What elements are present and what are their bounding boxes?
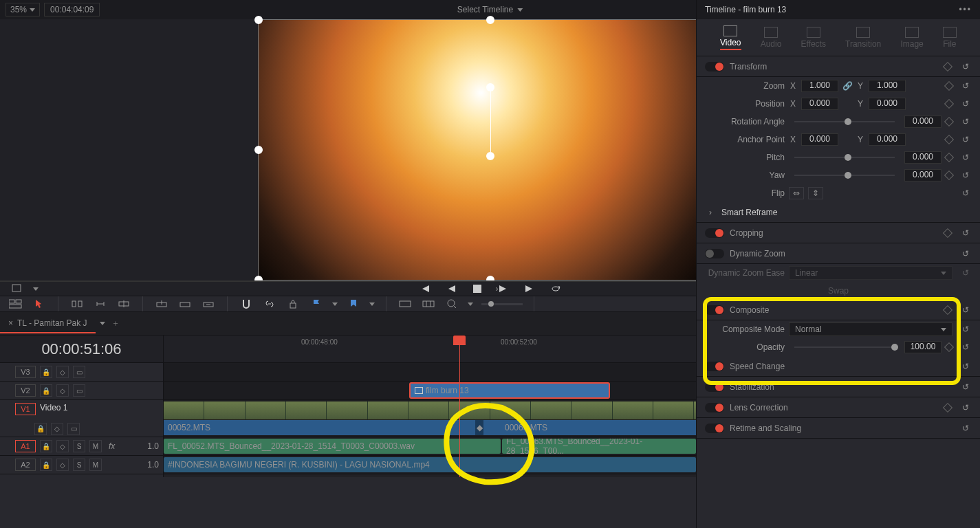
auto-select-button[interactable]: ◇ xyxy=(51,423,63,435)
anchor-y-field[interactable]: 0.000 xyxy=(869,133,906,146)
transform-pivot-handle[interactable] xyxy=(486,83,494,91)
composite-toggle[interactable] xyxy=(705,305,724,315)
section-composite[interactable]: Composite ↺ xyxy=(697,300,980,320)
reset-icon[interactable]: ↺ xyxy=(962,305,972,315)
overwrite-clip-button[interactable] xyxy=(177,296,193,311)
clip-v1-b[interactable]: 00063.MTS xyxy=(480,420,696,435)
section-speed-change[interactable]: Speed Change ↺ xyxy=(697,356,980,377)
clip-v1-a[interactable]: 00052.MTS xyxy=(164,420,480,435)
position-x-field[interactable]: 0.000 xyxy=(801,98,838,110)
composite-mode-dropdown[interactable]: Normal xyxy=(789,322,952,336)
lock-track-button[interactable]: 🔒 xyxy=(40,459,52,471)
inspector-options-menu[interactable]: ••• xyxy=(959,5,972,14)
track-label-v3[interactable]: V3 xyxy=(15,366,36,378)
reset-icon[interactable]: ↺ xyxy=(962,324,972,334)
reset-icon[interactable]: ↺ xyxy=(962,99,972,109)
mute-button[interactable]: M xyxy=(89,459,102,471)
keyframe-icon[interactable] xyxy=(944,342,954,352)
transform-toggle[interactable] xyxy=(705,62,724,72)
reset-icon[interactable]: ↺ xyxy=(962,424,972,433)
cropping-toggle[interactable] xyxy=(705,228,724,238)
dynamic-trim-tool[interactable] xyxy=(93,296,108,311)
section-transform[interactable]: Transform ↺ xyxy=(697,56,980,77)
clip-a1-b[interactable]: FL_00063.MTS_Bounced__2023-01-28_1516_T0… xyxy=(502,439,696,454)
reset-icon[interactable]: ↺ xyxy=(962,342,972,352)
reset-icon[interactable]: ↺ xyxy=(962,62,972,72)
mute-button[interactable]: M xyxy=(89,440,102,452)
auto-select-button[interactable]: ◇ xyxy=(56,440,69,452)
chevron-down-icon[interactable] xyxy=(33,287,39,291)
lock-track-button[interactable]: 🔒 xyxy=(40,384,52,397)
custom-zoom-dropdown[interactable] xyxy=(444,296,459,311)
transform-handle-tl[interactable] xyxy=(254,16,263,24)
opacity-slider[interactable] xyxy=(794,346,895,348)
timeline-tab-dropdown[interactable] xyxy=(100,322,105,325)
chevron-down-icon[interactable] xyxy=(369,302,375,306)
track-header-v3[interactable]: V3 🔒◇▭ xyxy=(0,363,163,382)
track-header-v1[interactable]: V1 Video 1 🔒◇▭ xyxy=(0,400,163,437)
yaw-field[interactable]: 0.000 xyxy=(904,169,941,182)
auto-select-button[interactable]: ◇ xyxy=(56,366,69,378)
keyframe-icon[interactable] xyxy=(944,135,954,144)
selection-tool[interactable] xyxy=(32,296,47,311)
flag-dropdown[interactable] xyxy=(309,296,324,311)
disable-track-button[interactable]: ▭ xyxy=(67,423,80,435)
transform-handle-tm[interactable] xyxy=(486,16,494,24)
retime-toggle[interactable] xyxy=(705,424,724,433)
reset-icon[interactable]: ↺ xyxy=(962,170,972,180)
clip-a2[interactable]: #INDONESIA BAGIMU NEGERI (R. KUSBINI) - … xyxy=(164,457,696,472)
yaw-slider[interactable] xyxy=(794,175,895,176)
rotation-slider[interactable] xyxy=(794,121,895,122)
dynamic-zoom-toggle[interactable] xyxy=(705,249,724,258)
keyframe-icon[interactable] xyxy=(944,99,954,109)
timeline-tab[interactable]: ×TL - Pamitan Pak J xyxy=(0,314,96,333)
transform-handle-center[interactable] xyxy=(486,152,494,160)
link-toggle[interactable] xyxy=(262,296,277,311)
transform-handle-lm[interactable] xyxy=(254,146,263,154)
zoom-x-field[interactable]: 1.000 xyxy=(801,80,838,92)
reset-icon[interactable]: ↺ xyxy=(962,188,972,198)
reset-icon[interactable]: ↺ xyxy=(962,228,972,238)
clip-a1-a[interactable]: FL_00052.MTS_Bounced__2023-01-28_1514_T0… xyxy=(164,439,501,454)
track-header-v2[interactable]: V2 🔒◇▭ xyxy=(0,382,163,400)
playhead[interactable] xyxy=(459,336,460,477)
tab-video[interactable]: Video xyxy=(720,25,741,50)
stabilization-toggle[interactable] xyxy=(705,382,724,392)
reset-icon[interactable]: ↺ xyxy=(962,268,972,278)
stop-button[interactable] xyxy=(470,282,484,296)
lock-track-button[interactable]: 🔒 xyxy=(40,366,52,378)
solo-button[interactable]: S xyxy=(73,459,85,471)
lock-track-button[interactable]: 🔒 xyxy=(40,440,52,452)
first-frame-button[interactable] xyxy=(418,282,432,296)
section-stabilization[interactable]: Stabilization ↺ xyxy=(697,377,980,397)
zoom-y-field[interactable]: 1.000 xyxy=(869,80,906,92)
blade-tool[interactable] xyxy=(116,296,131,311)
flip-vertical-button[interactable]: ⇕ xyxy=(808,187,823,199)
keyframe-icon[interactable] xyxy=(943,228,952,237)
section-lens-correction[interactable]: Lens Correction ↺ xyxy=(697,397,980,418)
insert-clip-button[interactable] xyxy=(154,296,169,311)
reset-icon[interactable]: ↺ xyxy=(962,382,972,392)
tab-transition[interactable]: Transition xyxy=(845,27,881,49)
snap-toggle[interactable] xyxy=(239,296,254,311)
track-label-a1[interactable]: A1 xyxy=(15,440,36,452)
pitch-field[interactable]: 0.000 xyxy=(904,151,941,164)
marker-dropdown[interactable] xyxy=(346,296,361,311)
zoom-percent-dropdown[interactable]: 35% xyxy=(6,3,40,16)
ease-dropdown[interactable]: Linear xyxy=(789,266,952,280)
keyframe-icon[interactable] xyxy=(944,153,954,162)
section-cropping[interactable]: Cropping ↺ xyxy=(697,223,980,243)
zoom-preset-2[interactable] xyxy=(421,296,436,311)
disable-track-button[interactable]: ▭ xyxy=(73,384,85,397)
source-timecode[interactable]: 00:04:04:09 xyxy=(44,3,100,16)
close-tab-icon[interactable]: × xyxy=(8,318,13,328)
trim-tool[interactable] xyxy=(69,296,85,311)
play-button[interactable] xyxy=(497,282,510,296)
keyframe-icon[interactable] xyxy=(944,117,954,126)
rotation-field[interactable]: 0.000 xyxy=(904,116,941,128)
reset-icon[interactable]: ↺ xyxy=(962,81,972,91)
track-label-a2[interactable]: A2 xyxy=(15,459,36,471)
opacity-field[interactable]: 100.00 xyxy=(904,341,941,353)
clip-film-burn[interactable]: film burn 13 xyxy=(410,383,609,398)
chevron-down-icon[interactable] xyxy=(332,302,338,306)
